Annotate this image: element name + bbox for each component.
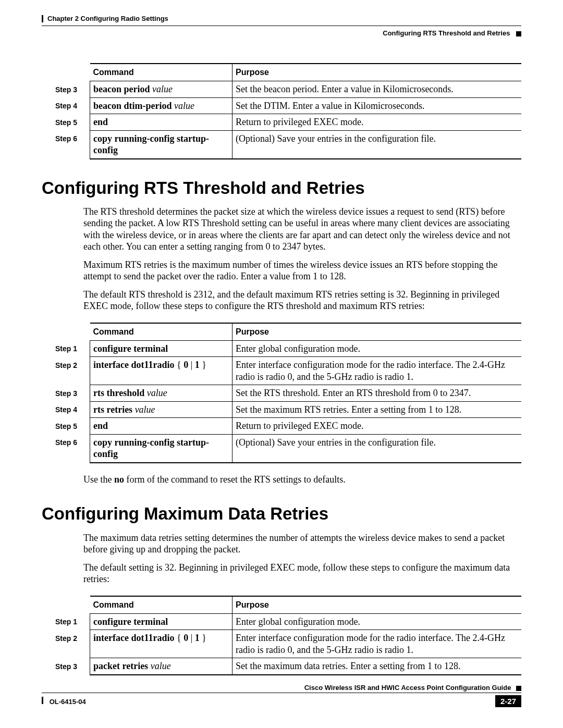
footer-square-icon <box>516 686 521 691</box>
command-cell: end <box>90 114 232 131</box>
blank-header <box>52 64 90 81</box>
table-row: Step 3beacon period valueSet the beacon … <box>52 81 521 98</box>
command-cell: beacon dtim-period value <box>90 97 232 114</box>
command-cell: beacon period value <box>90 81 232 98</box>
purpose-cell: Set the beacon period. Enter a value in … <box>232 81 522 98</box>
purpose-cell: (Optional) Save your entries in the conf… <box>232 434 522 463</box>
command-cell: interface dot11radio { 0 | 1 } <box>90 630 232 658</box>
purpose-header: Purpose <box>232 596 522 614</box>
header-bar-icon <box>42 15 43 22</box>
blank-header <box>52 323 90 341</box>
step-label: Step 5 <box>52 114 90 131</box>
command-cell: configure terminal <box>90 340 232 357</box>
step-label: Step 1 <box>52 613 90 630</box>
command-header: Command <box>90 323 232 341</box>
purpose-cell: Set the RTS threshold. Enter an RTS thre… <box>232 385 522 402</box>
command-cell: rts retries value <box>90 401 232 418</box>
section-header: Configuring RTS Threshold and Retries <box>42 29 521 37</box>
step-label: Step 3 <box>52 385 90 402</box>
step-label: Step 2 <box>52 630 90 658</box>
table-row: Step 2interface dot11radio { 0 | 1 }Ente… <box>52 357 521 385</box>
command-cell: packet retries value <box>90 658 232 675</box>
command-table-1: Command Purpose Step 3beacon period valu… <box>52 63 521 159</box>
command-cell: configure terminal <box>90 613 232 630</box>
step-label: Step 3 <box>52 81 90 98</box>
purpose-cell: Enter interface configuration mode for t… <box>232 357 522 385</box>
footer-bar-icon <box>42 697 43 704</box>
blank-header <box>52 596 90 614</box>
section-title-maxretries: Configuring Maximum Data Retries <box>42 503 521 524</box>
command-header: Command <box>90 596 232 614</box>
header-rule <box>42 26 521 26</box>
command-cell: interface dot11radio { 0 | 1 } <box>90 357 232 385</box>
table-row: Step 5endReturn to privileged EXEC mode. <box>52 114 521 131</box>
section-label: Configuring RTS Threshold and Retries <box>383 29 510 37</box>
command-header: Command <box>90 64 232 81</box>
purpose-cell: Set the DTIM. Enter a value in Kilomicro… <box>232 97 522 114</box>
paragraph: The default setting is 32. Beginning in … <box>83 562 521 585</box>
paragraph: Use the no form of the command to reset … <box>83 474 521 486</box>
purpose-cell: Enter global configuration mode. <box>232 613 522 630</box>
step-label: Step 1 <box>52 340 90 357</box>
step-label: Step 3 <box>52 658 90 675</box>
purpose-header: Purpose <box>232 64 522 81</box>
step-label: Step 6 <box>52 434 90 463</box>
purpose-cell: Enter global configuration mode. <box>232 340 522 357</box>
chapter-label: Chapter 2 Configuring Radio Settings <box>47 15 168 22</box>
chapter-header: Chapter 2 Configuring Radio Settings <box>42 15 521 22</box>
purpose-cell: Return to privileged EXEC mode. <box>232 114 522 131</box>
purpose-cell: Set the maximum data retries. Enter a se… <box>232 658 522 675</box>
page: Chapter 2 Configuring Radio Settings Con… <box>0 0 563 728</box>
paragraph: The RTS threshold determines the packet … <box>83 206 521 253</box>
table-row: Step 3packet retries valueSet the maximu… <box>52 658 521 675</box>
table-row: Step 1configure terminalEnter global con… <box>52 340 521 357</box>
command-cell: copy running-config startup-config <box>90 130 232 159</box>
command-cell: end <box>90 418 232 435</box>
footer-rule <box>42 693 521 693</box>
step-label: Step 2 <box>52 357 90 385</box>
table-row: Step 2interface dot11radio { 0 | 1 }Ente… <box>52 630 521 658</box>
footer-book-title: Cisco Wireless ISR and HWIC Access Point… <box>304 684 511 692</box>
step-label: Step 6 <box>52 130 90 159</box>
header-square-icon <box>516 31 521 36</box>
step-label: Step 5 <box>52 418 90 435</box>
table-row: Step 4rts retries valueSet the maximum R… <box>52 401 521 418</box>
paragraph: Maximum RTS retries is the maximum numbe… <box>83 259 521 282</box>
step-label: Step 4 <box>52 97 90 114</box>
page-footer: Cisco Wireless ISR and HWIC Access Point… <box>42 684 521 707</box>
command-table-2: Command Purpose Step 1configure terminal… <box>52 323 521 463</box>
purpose-header: Purpose <box>232 323 522 341</box>
purpose-cell: (Optional) Save your entries in the conf… <box>232 130 522 159</box>
content-area: Command Purpose Step 3beacon period valu… <box>83 63 521 675</box>
purpose-cell: Enter interface configuration mode for t… <box>232 630 522 658</box>
table-row: Step 6copy running-config startup-config… <box>52 130 521 159</box>
step-label: Step 4 <box>52 401 90 418</box>
table-row: Step 1configure terminalEnter global con… <box>52 613 521 630</box>
section-title-rts: Configuring RTS Threshold and Retries <box>42 177 521 199</box>
command-cell: rts threshold value <box>90 385 232 402</box>
footer-ol-number: OL-6415-04 <box>50 698 86 706</box>
command-cell: copy running-config startup-config <box>90 434 232 463</box>
purpose-cell: Set the maximum RTS retries. Enter a set… <box>232 401 522 418</box>
purpose-cell: Return to privileged EXEC mode. <box>232 418 522 435</box>
table-row: Step 6copy running-config startup-config… <box>52 434 521 463</box>
table-row: Step 5endReturn to privileged EXEC mode. <box>52 418 521 435</box>
command-table-3: Command Purpose Step 1configure terminal… <box>52 596 521 675</box>
table-row: Step 4beacon dtim-period valueSet the DT… <box>52 97 521 114</box>
table-row: Step 3rts threshold valueSet the RTS thr… <box>52 385 521 402</box>
paragraph: The default RTS threshold is 2312, and t… <box>83 289 521 312</box>
paragraph: The maximum data retries setting determi… <box>83 532 521 556</box>
page-number: 2-27 <box>495 695 521 707</box>
